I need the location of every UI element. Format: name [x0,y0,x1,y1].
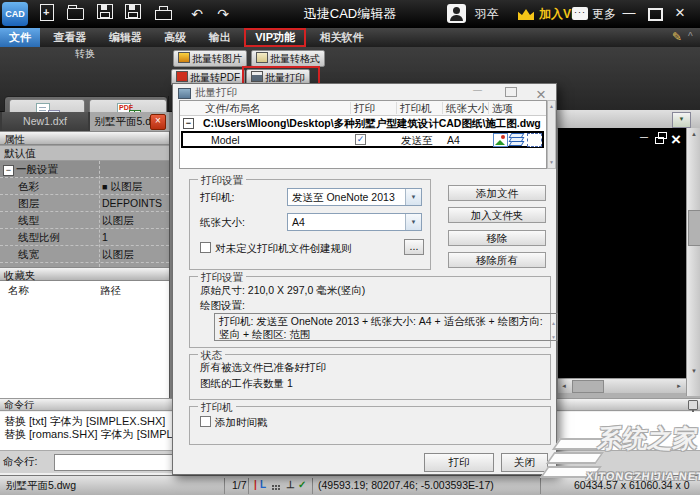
add-folder-button[interactable]: 加入文件夹 [448,207,546,223]
property-value[interactable]: 以图层 [102,246,134,263]
chevron-down-icon[interactable] [405,189,421,205]
more-button[interactable]: 更多 [592,0,616,28]
remove-button[interactable]: 移除 [448,230,546,246]
minimize-button[interactable] [617,0,641,26]
annotate-pencil-icon[interactable] [672,30,682,44]
batch-to-image-button[interactable]: 批量转图片 [173,50,247,67]
add-file-button[interactable]: 添加文件 [448,185,546,201]
horizontal-scroll-thumb[interactable] [572,380,604,393]
print-button[interactable] [152,4,174,24]
child-close-button[interactable] [671,130,681,150]
pin-icon[interactable] [688,400,698,410]
save-as-button[interactable] [122,4,144,24]
table-group-row[interactable]: C:\Users\Mloong\Desktop\多种别墅户型建筑设计CAD图纸\… [180,115,546,131]
scroll-down-icon[interactable] [691,368,697,374]
cad-canvas[interactable] [558,128,686,378]
dialog-print-button[interactable]: 打印 [424,453,494,472]
print-checkbox-checked[interactable] [355,134,366,145]
menu-viewer[interactable]: 查看器 [44,28,95,47]
col-print[interactable]: 打印 [354,102,375,116]
remove-all-button[interactable]: 移除所有 [448,252,546,268]
dialog-close-action-button[interactable]: 关闭 [501,453,548,472]
chevron-down-icon[interactable] [405,214,421,230]
layout-name: Model [211,134,240,147]
batch-convert-format-button[interactable]: 批量转格式 [251,50,325,67]
osnap-toggle-icon[interactable] [286,479,295,490]
dialog-maximize-button[interactable] [505,87,517,99]
menu-vip-features[interactable]: VIP功能 [244,28,306,47]
scroll-right-icon[interactable] [676,383,682,389]
layers-icon[interactable] [510,133,523,145]
browse-button[interactable]: ... [404,239,424,255]
child-minimize-button[interactable] [640,132,648,141]
snap-ok-icon[interactable] [298,479,306,490]
menu-advanced[interactable]: 高级 [155,28,195,47]
vertical-scrollbar[interactable] [686,128,700,396]
user-account-icon[interactable] [447,4,466,23]
plot-preview-icon[interactable] [493,133,508,147]
table-scrollbar[interactable] [547,100,556,169]
property-row-color[interactable]: 色彩 以图层 [0,178,169,195]
col-printer[interactable]: 打印机 [400,102,432,116]
col-file-layout[interactable]: 文件/布局名 [205,102,260,116]
undo-button[interactable] [186,4,208,24]
col-paper-size[interactable]: 纸张大小 [446,102,488,116]
username-label[interactable]: 羽卒 [475,0,499,28]
timestamp-checkbox-unchecked[interactable] [200,416,211,427]
layout-dropdown-button[interactable] [672,112,691,128]
redo-button[interactable] [212,4,234,24]
ortho-toggle-icon[interactable]: | [254,479,257,490]
property-row-layer[interactable]: 图层 DEFPOINTS [0,195,169,212]
rule-checkbox-label: 对未定义打印机文件创建规则 [215,242,352,256]
scroll-left-icon[interactable] [561,383,567,389]
property-row-linetype-scale[interactable]: 线型比例 1 [0,229,169,246]
property-value[interactable]: DEFPOINTS [102,195,162,212]
polar-toggle-icon[interactable]: L [260,479,266,490]
more-options-icon[interactable] [572,7,588,20]
collapse-icon[interactable] [3,165,14,176]
collapse-ribbon-icon[interactable] [688,31,693,42]
scroll-up-icon[interactable] [691,131,697,137]
new-file-button[interactable]: + [36,4,58,24]
tab-close-icon[interactable]: × [150,114,166,130]
scroll-down-icon[interactable] [551,331,556,344]
table-layout-row-selected[interactable]: Model 发送至 A4 [181,131,544,148]
favorites-header[interactable]: 收藏夹 [0,267,169,281]
printer-combobox[interactable]: 发送至 OneNote 2013 [287,188,422,206]
tree-collapse-icon[interactable] [183,118,194,129]
print-icon [155,10,172,20]
property-label: 线宽 [18,246,39,263]
close-button[interactable] [668,0,692,26]
property-value[interactable]: 以图层 [110,180,142,192]
menu-file[interactable]: 文件 [0,28,40,47]
vertical-scroll-thumb[interactable] [688,210,700,246]
horizontal-scrollbar[interactable] [558,378,686,393]
property-group-row[interactable]: 一般设置 [0,161,169,178]
property-row-lineweight[interactable]: 线宽 以图层 [0,246,169,263]
open-file-button[interactable] [64,4,86,24]
color-swatch-icon[interactable]: 以图层 [102,178,142,196]
menu-editor[interactable]: 编辑器 [100,28,151,47]
child-restore-button[interactable] [655,135,664,146]
col-options[interactable]: 选项 [492,102,513,116]
properties-header[interactable]: 属性 [0,131,169,145]
menu-related-software[interactable]: 相关软件 [310,28,372,47]
rule-checkbox-unchecked[interactable] [200,242,211,253]
save-button[interactable] [94,4,116,24]
property-value[interactable]: 以图层 [102,212,134,229]
dialog-title-bar[interactable]: 批量打印 [173,84,556,100]
document-tab-bar: New1.dxf 别墅平面5.dwg × [0,112,169,131]
maximize-button[interactable] [643,0,667,26]
property-row-linetype[interactable]: 线型 以图层 [0,212,169,229]
paper-size-combobox[interactable]: A4 [287,213,422,231]
tab-new1-dxf[interactable]: New1.dxf [2,112,88,131]
property-value[interactable]: 1 [102,229,108,246]
scroll-up-icon[interactable] [549,103,554,109]
plot-area-icon[interactable] [527,133,542,147]
dialog-icon [178,88,191,99]
scroll-down-icon[interactable] [549,159,554,165]
dialog-title: 批量打印 [195,86,237,100]
menu-output[interactable]: 输出 [200,28,240,47]
dialog-minimize-button[interactable] [473,85,482,95]
scroll-up-icon[interactable] [551,317,556,330]
